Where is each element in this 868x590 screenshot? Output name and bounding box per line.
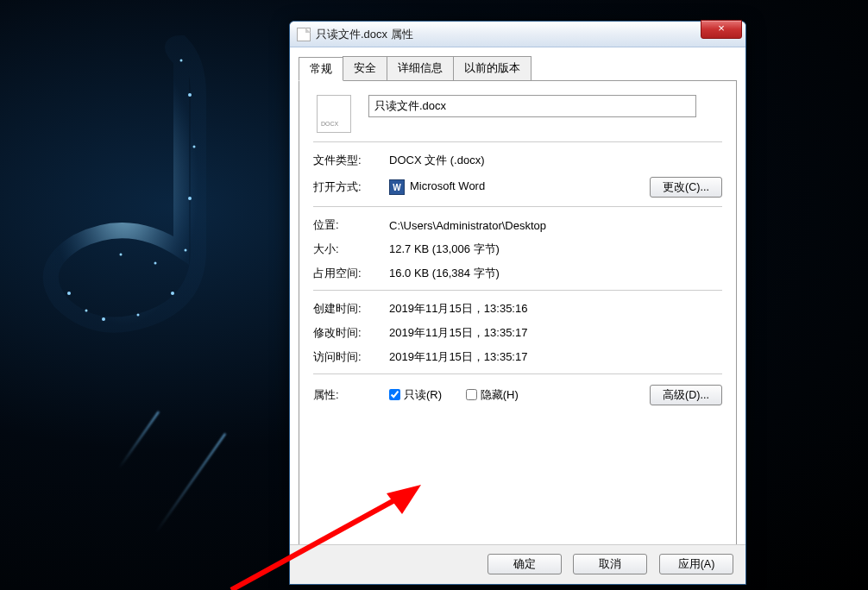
tab-general[interactable]: 常规 [299,57,343,81]
svg-point-2 [102,317,105,321]
ok-button[interactable]: 确定 [487,554,562,574]
svg-point-6 [188,197,192,200]
change-openwith-button[interactable]: 更改(C)... [650,177,722,198]
modified-value: 2019年11月15日，13:35:17 [389,325,722,341]
openwith-value: WMicrosoft Word [389,179,650,195]
dialog-footer: 确定 取消 应用(A) [290,544,745,584]
readonly-checkbox-label: 只读(R) [404,387,442,403]
advanced-button[interactable]: 高级(D)... [650,385,722,405]
svg-point-11 [154,262,157,265]
sizeondisk-label: 占用空间: [313,266,389,281]
svg-point-4 [171,292,174,295]
created-label: 创建时间: [313,301,389,317]
close-button[interactable]: × [701,20,742,39]
svg-point-1 [85,310,88,312]
location-label: 位置: [313,217,389,233]
apply-button[interactable]: 应用(A) [659,554,733,574]
filename-input[interactable] [368,95,696,117]
wallpaper-trail [118,411,160,469]
svg-point-8 [188,93,192,97]
separator [313,141,722,142]
word-icon: W [389,179,405,195]
titlebar[interactable]: 只读文件.docx 属性 × [290,22,745,47]
accessed-label: 访问时间: [313,349,389,365]
readonly-checkbox[interactable]: 只读(R) [389,387,442,403]
svg-point-0 [67,292,71,295]
openwith-label: 打开方式: [313,179,389,195]
hidden-checkbox-label: 隐藏(H) [481,387,519,403]
tab-previous-versions[interactable]: 以前的版本 [453,56,531,80]
titlebar-file-icon [297,28,311,41]
attributes-label: 属性: [313,387,389,403]
size-value: 12.7 KB (13,006 字节) [389,242,722,257]
wallpaper-trail [155,433,226,533]
accessed-value: 2019年11月15日，13:35:17 [389,349,722,365]
modified-label: 修改时间: [313,325,389,341]
filetype-value: DOCX 文件 (.docx) [389,153,722,168]
hidden-checkbox[interactable]: 隐藏(H) [466,387,519,403]
cancel-button[interactable]: 取消 [573,554,647,574]
tab-details[interactable]: 详细信息 [387,56,454,80]
tab-strip: 常规 安全 详细信息 以前的版本 [299,56,737,81]
readonly-checkbox-input[interactable] [389,389,400,400]
file-type-icon [317,95,351,133]
svg-point-7 [193,146,196,148]
openwith-app-name: Microsoft Word [410,179,485,192]
svg-point-5 [185,249,187,252]
tab-content-general: 文件类型: DOCX 文件 (.docx) 打开方式: WMicrosoft W… [299,81,737,554]
size-label: 大小: [313,242,389,257]
properties-dialog: 只读文件.docx 属性 × 常规 安全 详细信息 以前的版本 文件类型: DO… [289,21,746,585]
separator [313,206,722,207]
window-title: 只读文件.docx 属性 [316,27,413,42]
sizeondisk-value: 16.0 KB (16,384 字节) [389,266,722,281]
hidden-checkbox-input[interactable] [466,389,477,400]
svg-point-3 [137,314,140,317]
desktop-wallpaper: 只读文件.docx 属性 × 常规 安全 详细信息 以前的版本 文件类型: DO… [0,0,868,590]
separator [313,373,722,374]
wallpaper-music-note [26,26,267,354]
separator [313,290,722,291]
svg-point-9 [180,60,183,62]
created-value: 2019年11月15日，13:35:16 [389,301,722,317]
filetype-label: 文件类型: [313,153,389,168]
location-value: C:\Users\Administrator\Desktop [389,219,722,232]
svg-point-10 [120,254,123,256]
tab-security[interactable]: 安全 [343,56,387,80]
